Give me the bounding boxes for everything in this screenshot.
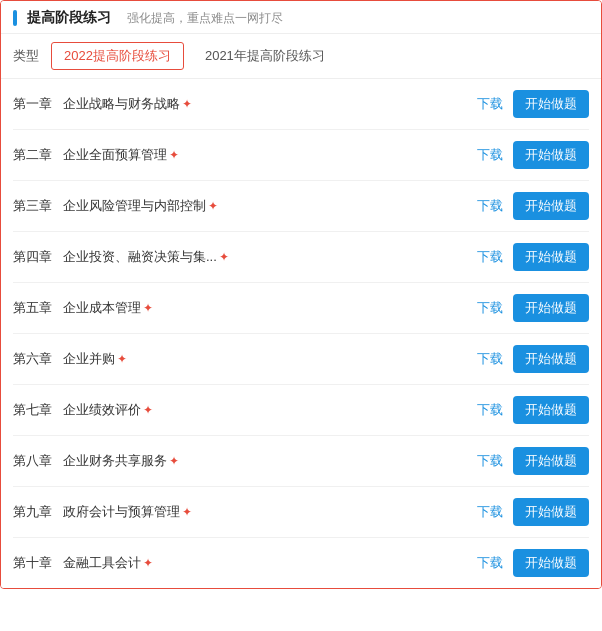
chapter-name: 政府会计与预算管理✦ xyxy=(63,503,192,521)
start-button[interactable]: 开始做题 xyxy=(513,396,589,424)
tab-2021[interactable]: 2021年提高阶段练习 xyxy=(192,42,338,70)
start-button[interactable]: 开始做题 xyxy=(513,447,589,475)
chapter-star-icon: ✦ xyxy=(143,556,153,570)
chapter-left: 第六章企业并购✦ xyxy=(13,350,477,368)
chapter-name: 金融工具会计✦ xyxy=(63,554,153,572)
chapter-row: 第六章企业并购✦下载开始做题 xyxy=(13,334,589,385)
chapter-left: 第十章金融工具会计✦ xyxy=(13,554,477,572)
tab-2022[interactable]: 2022提高阶段练习 xyxy=(51,42,184,70)
download-button[interactable]: 下载 xyxy=(477,401,503,419)
main-container: 提高阶段练习 强化提高，重点难点一网打尽 类型 2022提高阶段练习 2021年… xyxy=(0,0,602,589)
chapter-left: 第三章企业风险管理与内部控制✦ xyxy=(13,197,477,215)
chapter-left: 第五章企业成本管理✦ xyxy=(13,299,477,317)
chapter-row: 第十章金融工具会计✦下载开始做题 xyxy=(13,538,589,588)
chapter-name: 企业风险管理与内部控制✦ xyxy=(63,197,218,215)
chapter-actions: 下载开始做题 xyxy=(477,345,589,373)
chapter-name: 企业投资、融资决策与集...✦ xyxy=(63,248,229,266)
section-subtitle: 强化提高，重点难点一网打尽 xyxy=(127,10,283,27)
chapter-actions: 下载开始做题 xyxy=(477,192,589,220)
chapter-left: 第二章企业全面预算管理✦ xyxy=(13,146,477,164)
chapter-left: 第一章企业战略与财务战略✦ xyxy=(13,95,477,113)
chapter-row: 第二章企业全面预算管理✦下载开始做题 xyxy=(13,130,589,181)
download-button[interactable]: 下载 xyxy=(477,95,503,113)
chapter-list: 第一章企业战略与财务战略✦下载开始做题第二章企业全面预算管理✦下载开始做题第三章… xyxy=(1,79,601,588)
chapter-num: 第十章 xyxy=(13,554,63,572)
chapter-name: 企业战略与财务战略✦ xyxy=(63,95,192,113)
chapter-star-icon: ✦ xyxy=(117,352,127,366)
chapter-num: 第一章 xyxy=(13,95,63,113)
chapter-actions: 下载开始做题 xyxy=(477,549,589,577)
start-button[interactable]: 开始做题 xyxy=(513,243,589,271)
chapter-left: 第八章企业财务共享服务✦ xyxy=(13,452,477,470)
section-title: 提高阶段练习 xyxy=(27,9,111,27)
start-button[interactable]: 开始做题 xyxy=(513,192,589,220)
download-button[interactable]: 下载 xyxy=(477,299,503,317)
chapter-num: 第二章 xyxy=(13,146,63,164)
chapter-num: 第八章 xyxy=(13,452,63,470)
chapter-num: 第四章 xyxy=(13,248,63,266)
chapter-row: 第九章政府会计与预算管理✦下载开始做题 xyxy=(13,487,589,538)
chapter-num: 第六章 xyxy=(13,350,63,368)
download-button[interactable]: 下载 xyxy=(477,146,503,164)
chapter-actions: 下载开始做题 xyxy=(477,294,589,322)
download-button[interactable]: 下载 xyxy=(477,554,503,572)
tabs-row: 类型 2022提高阶段练习 2021年提高阶段练习 xyxy=(1,34,601,79)
chapter-name: 企业全面预算管理✦ xyxy=(63,146,179,164)
chapter-star-icon: ✦ xyxy=(169,148,179,162)
chapter-num: 第五章 xyxy=(13,299,63,317)
section-header: 提高阶段练习 强化提高，重点难点一网打尽 xyxy=(1,1,601,34)
chapter-row: 第五章企业成本管理✦下载开始做题 xyxy=(13,283,589,334)
chapter-name: 企业财务共享服务✦ xyxy=(63,452,179,470)
chapter-num: 第九章 xyxy=(13,503,63,521)
chapter-actions: 下载开始做题 xyxy=(477,141,589,169)
chapter-row: 第八章企业财务共享服务✦下载开始做题 xyxy=(13,436,589,487)
start-button[interactable]: 开始做题 xyxy=(513,549,589,577)
chapter-left: 第九章政府会计与预算管理✦ xyxy=(13,503,477,521)
chapter-actions: 下载开始做题 xyxy=(477,243,589,271)
download-button[interactable]: 下载 xyxy=(477,503,503,521)
section-bar xyxy=(13,10,17,26)
download-button[interactable]: 下载 xyxy=(477,350,503,368)
chapter-name: 企业绩效评价✦ xyxy=(63,401,153,419)
start-button[interactable]: 开始做题 xyxy=(513,345,589,373)
chapter-actions: 下载开始做题 xyxy=(477,498,589,526)
chapter-actions: 下载开始做题 xyxy=(477,90,589,118)
chapter-name: 企业并购✦ xyxy=(63,350,127,368)
chapter-actions: 下载开始做题 xyxy=(477,396,589,424)
chapter-star-icon: ✦ xyxy=(182,505,192,519)
chapter-row: 第七章企业绩效评价✦下载开始做题 xyxy=(13,385,589,436)
start-button[interactable]: 开始做题 xyxy=(513,141,589,169)
download-button[interactable]: 下载 xyxy=(477,452,503,470)
chapter-num: 第七章 xyxy=(13,401,63,419)
chapter-star-icon: ✦ xyxy=(143,301,153,315)
tabs-label: 类型 xyxy=(13,47,39,65)
start-button[interactable]: 开始做题 xyxy=(513,498,589,526)
chapter-left: 第四章企业投资、融资决策与集...✦ xyxy=(13,248,477,266)
start-button[interactable]: 开始做题 xyxy=(513,90,589,118)
chapter-star-icon: ✦ xyxy=(219,250,229,264)
chapter-star-icon: ✦ xyxy=(169,454,179,468)
chapter-row: 第三章企业风险管理与内部控制✦下载开始做题 xyxy=(13,181,589,232)
start-button[interactable]: 开始做题 xyxy=(513,294,589,322)
chapter-star-icon: ✦ xyxy=(182,97,192,111)
chapter-row: 第四章企业投资、融资决策与集...✦下载开始做题 xyxy=(13,232,589,283)
chapter-name: 企业成本管理✦ xyxy=(63,299,153,317)
chapter-actions: 下载开始做题 xyxy=(477,447,589,475)
download-button[interactable]: 下载 xyxy=(477,248,503,266)
chapter-star-icon: ✦ xyxy=(208,199,218,213)
chapter-num: 第三章 xyxy=(13,197,63,215)
download-button[interactable]: 下载 xyxy=(477,197,503,215)
chapter-row: 第一章企业战略与财务战略✦下载开始做题 xyxy=(13,79,589,130)
chapter-star-icon: ✦ xyxy=(143,403,153,417)
chapter-left: 第七章企业绩效评价✦ xyxy=(13,401,477,419)
